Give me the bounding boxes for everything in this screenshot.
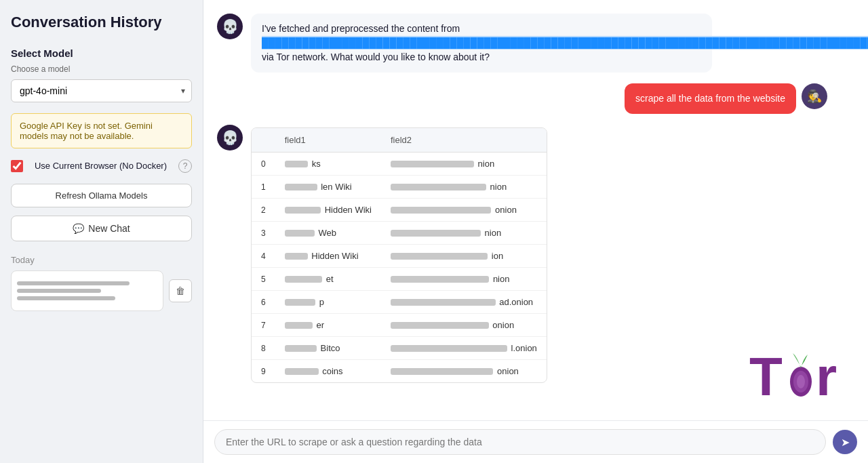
table-row: 2 Hidden Wiki onion xyxy=(252,199,547,222)
api-warning-banner: Google API Key is not set. Gemini models… xyxy=(11,113,192,148)
table-cell-field2: ad.onion xyxy=(381,291,547,314)
table-row: 8 Bitco l.onion xyxy=(252,337,547,360)
table-cell-field2: nion xyxy=(381,222,547,245)
table-cell-field1: p xyxy=(275,291,381,314)
table-cell-field2: nion xyxy=(381,268,547,291)
svg-text:r: r xyxy=(816,346,837,405)
input-bar: ➤ xyxy=(203,420,868,463)
table-cell-index: 7 xyxy=(252,314,275,337)
tor-logo-svg: T r xyxy=(749,344,851,405)
user-message-bubble-1: scrape all the data from the website xyxy=(625,83,796,114)
today-section-label: Today xyxy=(11,255,192,265)
table-cell-field1: len Wiki xyxy=(275,176,381,199)
table-cell-field2: onion xyxy=(381,314,547,337)
table-header-field2: field2 xyxy=(381,128,547,153)
table-row: 4 Hidden Wiki ion xyxy=(252,245,547,268)
table-cell-field1: coins xyxy=(275,360,381,383)
table-cell-field1: Hidden Wiki xyxy=(275,199,381,222)
table-cell-field1: Web xyxy=(275,222,381,245)
table-cell-field2: nion xyxy=(381,153,547,176)
table-row: 9 coins onion xyxy=(252,360,547,383)
table-row: 6 p ad.onion xyxy=(252,291,547,314)
bot-message-2: 💀 field1 field2 0 ks nion1 len Wiki nion… xyxy=(217,125,827,383)
help-icon[interactable]: ? xyxy=(178,159,192,173)
table-cell-index: 1 xyxy=(252,176,275,199)
use-browser-checkbox[interactable] xyxy=(11,160,23,172)
table-row: 7 er onion xyxy=(252,314,547,337)
history-line-1 xyxy=(17,281,130,285)
table-cell-field1: er xyxy=(275,314,381,337)
table-cell-index: 3 xyxy=(252,222,275,245)
table-cell-field2: onion xyxy=(381,360,547,383)
send-button[interactable]: ➤ xyxy=(833,430,857,454)
table-cell-index: 9 xyxy=(252,360,275,383)
table-header-field1: field1 xyxy=(275,128,381,153)
table-cell-field2: nion xyxy=(381,176,547,199)
table-cell-field1: et xyxy=(275,268,381,291)
table-cell-index: 2 xyxy=(252,199,275,222)
history-line-3 xyxy=(17,296,115,300)
send-icon: ➤ xyxy=(841,436,850,449)
use-browser-row: Use Current Browser (No Docker) ? xyxy=(11,159,192,173)
new-chat-label: New Chat xyxy=(88,223,130,234)
sidebar-title: Conversation History xyxy=(11,14,192,31)
select-model-label: Select Model xyxy=(11,47,192,59)
table-row: 1 len Wiki nion xyxy=(252,176,547,199)
delete-history-button[interactable]: 🗑 xyxy=(169,279,192,302)
table-cell-index: 6 xyxy=(252,291,275,314)
table-cell-index: 8 xyxy=(252,337,275,360)
bot-avatar-2: 💀 xyxy=(217,125,243,150)
new-chat-button[interactable]: 💬 New Chat xyxy=(11,216,192,241)
chat-bubble-icon: 💬 xyxy=(73,223,84,234)
table-cell-index: 4 xyxy=(252,245,275,268)
choose-model-sublabel: Choose a model xyxy=(11,64,192,74)
table-row: 5 et nion xyxy=(252,268,547,291)
table-cell-index: 5 xyxy=(252,268,275,291)
table-cell-field1: ks xyxy=(275,153,381,176)
data-table: field1 field2 0 ks nion1 len Wiki nion2 … xyxy=(252,128,547,382)
table-cell-field2: ion xyxy=(381,245,547,268)
table-cell-field1: Hidden Wiki xyxy=(275,245,381,268)
sidebar: Conversation History Select Model Choose… xyxy=(0,0,203,463)
user-avatar: 🕵️ xyxy=(802,83,827,109)
chat-input[interactable] xyxy=(214,429,826,455)
table-cell-field1: Bitco xyxy=(275,337,381,360)
history-item: 🗑 xyxy=(11,270,192,311)
main-chat-area: 💀 I've fetched and preprocessed the cont… xyxy=(203,0,868,463)
bot-text-before: I've fetched and preprocessed the conten… xyxy=(262,23,460,34)
table-cell-field2: onion xyxy=(381,199,547,222)
history-thumbnail[interactable] xyxy=(11,270,163,311)
user-message-1: scrape all the data from the website 🕵️ xyxy=(217,83,827,114)
table-cell-index: 0 xyxy=(252,153,275,176)
table-cell-field2: l.onion xyxy=(381,337,547,360)
svg-text:T: T xyxy=(749,346,783,405)
onion-link[interactable]: ████████████████████████████████████████… xyxy=(262,36,868,49)
svg-point-3 xyxy=(797,375,805,388)
refresh-ollama-button[interactable]: Refresh Ollama Models xyxy=(11,184,192,207)
table-row: 3 Web nion xyxy=(252,222,547,245)
table-header-index xyxy=(252,128,275,153)
bot-avatar: 💀 xyxy=(217,14,243,39)
bot-text-after: via Tor network. What would you like to … xyxy=(262,52,490,62)
tor-logo: T r xyxy=(746,341,854,409)
data-table-wrapper: field1 field2 0 ks nion1 len Wiki nion2 … xyxy=(251,127,547,383)
use-browser-label: Use Current Browser (No Docker) xyxy=(28,161,173,172)
bot-message-1: 💀 I've fetched and preprocessed the cont… xyxy=(217,14,827,73)
model-select[interactable]: gpt-4o-mini gpt-4o gemini-pro xyxy=(11,79,192,102)
trash-icon: 🗑 xyxy=(176,285,185,296)
bot-message-bubble-1: I've fetched and preprocessed the conten… xyxy=(251,14,712,73)
model-select-wrapper: gpt-4o-mini gpt-4o gemini-pro ▾ xyxy=(11,79,192,102)
history-line-2 xyxy=(17,289,101,293)
table-row: 0 ks nion xyxy=(252,153,547,176)
